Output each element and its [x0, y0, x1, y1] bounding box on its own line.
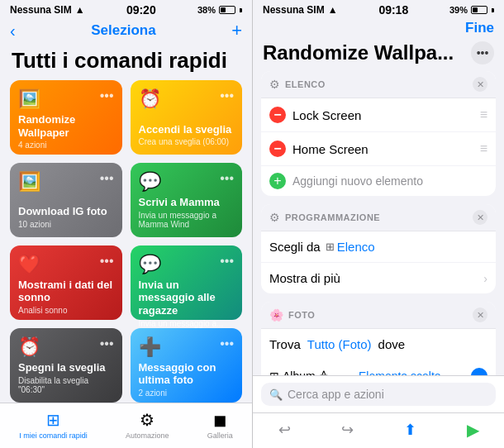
right-panel: Nessuna SIM ▲ 09:18 39% Fine Randomize W… — [253, 0, 504, 448]
add-item-button[interactable]: + — [269, 173, 286, 189]
wifi-icon-left: ▲ — [75, 4, 85, 16]
shortcut-menu-scrivi-mamma[interactable]: ••• — [220, 171, 234, 186]
shortcut-menu-randomize[interactable]: ••• — [100, 88, 114, 103]
tab-icon-miei: ⊞ — [46, 410, 60, 430]
foto-header: 🌸 FOTO ✕ — [261, 302, 496, 329]
shortcut-sublabel-download-ig: 10 azioni — [18, 220, 114, 229]
more-options-button[interactable]: ••• — [471, 41, 494, 64]
seleziona-button[interactable]: Seleziona — [91, 22, 155, 39]
battery-icon-left — [219, 6, 235, 14]
shortcut-spegni-sveglia[interactable]: ⏰ ••• Spegni la sveglia Disabilita la sv… — [10, 328, 122, 403]
shortcut-sonno[interactable]: ❤️ ••• Mostrami i dati del sonno Analisi… — [10, 245, 122, 320]
shortcut-scrivi-mamma[interactable]: 💬 ••• Scrivi a Mamma Invia un messaggio … — [131, 163, 243, 237]
action-bar-right: ↩ ↪ ⬆ ▶ — [253, 412, 504, 448]
shortcut-label-randomize: Randomize Wallpaper — [18, 113, 114, 139]
shortcut-menu-invia-ragazze[interactable]: ••• — [220, 254, 234, 269]
carrier-left: Nessuna SIM — [10, 4, 72, 16]
elemento-scelto: Elemento scelto — [359, 369, 441, 375]
battery-pct-right: 39% — [449, 5, 468, 15]
shortcut-sublabel-randomize: 4 azioni — [18, 141, 114, 150]
shortcut-sveglia[interactable]: ⏰ ••• Accendi la sveglia Crea una svegli… — [131, 80, 243, 155]
remove-home-screen-button[interactable]: − — [269, 141, 286, 157]
mostra-label: Mostra di più — [269, 271, 340, 285]
shortcut-sublabel-scrivi-mamma: Invia un messaggio a Mamma Wind — [139, 211, 235, 229]
shortcut-icon-sveglia: ⏰ — [139, 88, 161, 110]
tab-galleria[interactable]: ◼ Galleria — [207, 410, 233, 440]
share-button[interactable]: ⬆ — [404, 421, 416, 439]
search-icon: 🔍 — [269, 388, 283, 401]
add-item-row[interactable]: + Aggiungi nuovo elemento — [261, 166, 496, 196]
tab-label-automazione: Automazione — [126, 431, 169, 440]
shortcut-label-sonno: Mostrami i dati del sonno — [18, 279, 114, 304]
time-left: 09:20 — [126, 3, 156, 17]
search-input-wrapper[interactable]: 🔍 Cerca app e azioni — [261, 383, 496, 406]
shortcut-menu-ultima-foto[interactable]: ••• — [220, 336, 234, 351]
foto-icon: 🌸 — [269, 308, 283, 322]
shortcut-icon-ultima-foto: ➕ — [139, 336, 161, 358]
trova-row: Trova Tutto (Foto) dove — [261, 329, 496, 360]
shortcut-sublabel-sonno: Analisi sonno — [18, 306, 114, 315]
scegli-da-row: Scegli da ⊞ Elenco — [261, 231, 496, 263]
tab-miei-comandi[interactable]: ⊞ I miei comandi rapidi — [19, 410, 88, 440]
status-bar-left: Nessuna SIM ▲ 09:20 38% — [0, 0, 252, 18]
prog-gear-icon: ⚙ — [269, 211, 280, 224]
album-label: ⊞ Album ≙ — [269, 369, 329, 375]
status-left-info: Nessuna SIM ▲ — [10, 4, 85, 16]
search-input[interactable]: Cerca app e azioni — [288, 388, 384, 401]
album-row[interactable]: ⊞ Album ≙ Elemento scelto − — [261, 360, 496, 375]
lock-screen-item: − Lock Screen ≡ — [261, 98, 496, 132]
battery-icon-right — [471, 6, 487, 14]
foto-section: 🌸 FOTO ✕ Trova Tutto (Foto) dove ⊞ Album… — [261, 302, 496, 375]
tutto-foto-value[interactable]: Tutto (Foto) — [307, 337, 372, 351]
status-right-info: 38% — [197, 5, 242, 15]
shortcut-sublabel-ultima-foto: 2 azioni — [139, 388, 235, 398]
shortcut-sublabel-sveglia: Crea una sveglia (06:00) — [139, 137, 235, 146]
page-title-right: Randomize Wallpa... — [263, 41, 454, 64]
tab-icon-automazione: ⚙ — [140, 410, 155, 430]
shortcut-label-spegni-sveglia: Spegni la sveglia — [18, 361, 114, 374]
programmazione-header: ⚙ PROGRAMMAZIONE ✕ — [261, 204, 496, 231]
shortcut-icon-spegni-sveglia: ⏰ — [18, 336, 40, 358]
shortcut-invia-ragazze[interactable]: 💬 ••• Invia un messaggio alle ragazze In… — [131, 245, 243, 320]
shortcut-menu-sveglia[interactable]: ••• — [220, 88, 234, 103]
tab-automazione[interactable]: ⚙ Automazione — [126, 410, 169, 440]
shortcut-ultima-foto[interactable]: ➕ ••• Messaggio con ultima foto 2 azioni — [131, 328, 243, 403]
shortcut-label-scrivi-mamma: Scrivi a Mamma — [139, 196, 235, 209]
elenco-close-button[interactable]: ✕ — [473, 77, 487, 92]
battery-fill-left — [221, 7, 226, 12]
elemento-button[interactable]: − — [471, 368, 487, 375]
add-shortcut-button[interactable]: + — [231, 20, 242, 41]
elenco-section: ⚙ ELENCO ✕ − Lock Screen ≡ − Home Screen… — [261, 71, 496, 196]
foto-close-button[interactable]: ✕ — [473, 307, 487, 322]
shortcut-menu-sonno[interactable]: ••• — [100, 254, 114, 269]
elenco-title: ELENCO — [285, 79, 326, 89]
home-screen-drag-handle[interactable]: ≡ — [480, 141, 487, 156]
programmazione-section: ⚙ PROGRAMMAZIONE ✕ Scegli da ⊞ Elenco Mo… — [261, 204, 496, 293]
shortcut-download-ig[interactable]: 🖼️ ••• Download IG foto 10 azioni — [10, 163, 122, 237]
undo-button[interactable]: ↩ — [278, 421, 291, 439]
shortcut-icon-sonno: ❤️ — [18, 254, 40, 275]
home-screen-item: − Home Screen ≡ — [261, 132, 496, 166]
shortcut-randomize[interactable]: 🖼️ ••• Randomize Wallpaper 4 azioni — [10, 80, 122, 155]
lock-screen-drag-handle[interactable]: ≡ — [480, 107, 487, 122]
page-title-left: Tutti i comandi rapidi — [0, 46, 252, 80]
prog-title: PROGRAMMAZIONE — [285, 212, 380, 222]
redo-button[interactable]: ↪ — [341, 421, 354, 439]
play-button[interactable]: ▶ — [467, 420, 479, 440]
shortcut-menu-download-ig[interactable]: ••• — [100, 171, 114, 186]
shortcut-label-ultima-foto: Messaggio con ultima foto — [139, 361, 235, 387]
battery-pct-left: 38% — [197, 5, 216, 15]
shortcut-sublabel-invia-ragazze: Invia un messaggio a... — [139, 319, 235, 328]
back-button[interactable]: ‹ — [10, 21, 16, 41]
shortcut-icon-invia-ragazze: 💬 — [139, 254, 161, 275]
remove-lock-screen-button[interactable]: − — [269, 107, 286, 123]
nav-bar-left: ‹ Seleziona + — [0, 18, 252, 46]
battery-right-wrapper: 39% — [449, 5, 494, 15]
battery-fill-right — [473, 7, 478, 12]
add-item-placeholder: Aggiungi nuovo elemento — [292, 174, 423, 188]
elenco-value[interactable]: Elenco — [337, 240, 375, 254]
shortcut-menu-spegni-sveglia[interactable]: ••• — [100, 336, 114, 351]
prog-close-button[interactable]: ✕ — [473, 210, 487, 225]
mostra-di-piu-row[interactable]: Mostra di più › — [261, 263, 496, 293]
done-button[interactable]: Fine — [465, 20, 494, 36]
